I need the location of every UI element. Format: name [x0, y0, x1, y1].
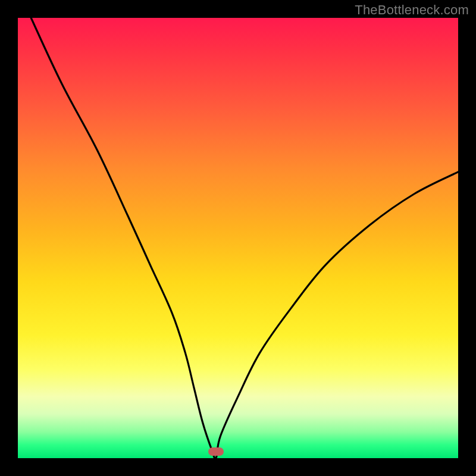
bottleneck-marker	[208, 447, 224, 456]
watermark-text: TheBottleneck.com	[355, 2, 469, 18]
chart-frame: TheBottleneck.com	[0, 0, 476, 476]
curve-path	[31, 18, 458, 458]
plot-area	[18, 18, 458, 458]
curve-svg	[18, 18, 458, 458]
